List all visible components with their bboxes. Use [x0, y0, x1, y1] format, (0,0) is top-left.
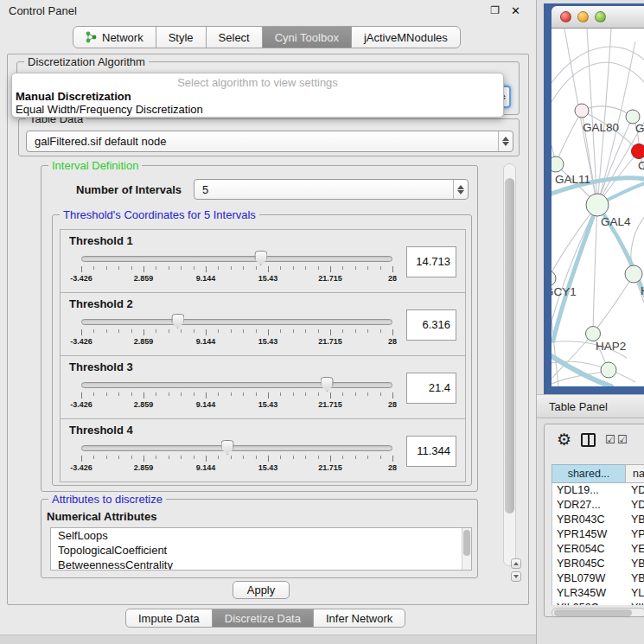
network-window: GAL80 GA C GAL11 GAL4 GCY1 H HAP2 [544, 3, 644, 394]
list-item[interactable]: BetweennessCentrality [51, 558, 471, 571]
group-title: Threshold's Coordinates for 5 Intervals [60, 208, 259, 221]
apply-button[interactable]: Apply [233, 581, 290, 599]
table-row[interactable]: YDL19...YDL1 [552, 483, 644, 498]
slider-thumb[interactable] [221, 440, 234, 455]
slider-ticks [81, 266, 392, 273]
combobox-value: 5 [194, 183, 453, 196]
dropdown-placeholder: Select algorithm to view settings [12, 76, 503, 89]
number-of-intervals-label: Number of Intervals [76, 183, 182, 196]
tab-label: jActiveMNodules [364, 31, 448, 44]
tab-select[interactable]: Select [206, 26, 263, 48]
control-panel: Control Panel ❐ ✕ Network Style Select C… [0, 0, 536, 644]
slider-track[interactable] [81, 319, 392, 325]
bottom-tab-bar: Impute Data Discretize Data Infer Networ… [125, 609, 405, 628]
settings-scrollbar[interactable] [503, 163, 516, 566]
node-gal4 [586, 194, 609, 216]
threshold-3-value-field[interactable]: 21.4 [406, 373, 456, 404]
table-row[interactable]: YDR27...YDR2 [552, 498, 644, 513]
cyni-toolbox-panel: Discretization Algorithm Table Data galF… [7, 54, 529, 605]
scrollbar-thumb[interactable] [505, 178, 514, 513]
threshold-4-value-field[interactable]: 11.344 [406, 436, 456, 467]
tab-style[interactable]: Style [156, 26, 207, 48]
close-icon[interactable]: ✕ [511, 4, 520, 17]
scrollbar-thumb[interactable] [554, 609, 632, 616]
node-gcy1 [552, 271, 556, 286]
threshold-4-slider[interactable]: -3.4262.8599.14415.4321.71528 [81, 440, 392, 480]
slider-track[interactable] [81, 445, 392, 451]
node-label-clipped-c: C [638, 159, 644, 172]
threshold-1-slider[interactable]: -3.4262.8599.14415.4321.71528 [81, 251, 392, 290]
threshold-3-slider[interactable]: -3.4262.8599.14415.4321.71528 [81, 377, 392, 417]
split-pane-icon[interactable] [581, 433, 596, 447]
checkbox-icon[interactable]: ☑ [605, 434, 615, 445]
slider-ticks [81, 456, 392, 462]
slider-thumb[interactable] [321, 377, 334, 392]
threshold-1-value-field[interactable]: 14.713 [406, 246, 456, 277]
group-title: Attributes to discretize [48, 493, 166, 506]
node-gal80 [575, 104, 589, 118]
threshold-1-panel: Threshold 1 -3.4262.8599.14415.4321.7152… [60, 229, 466, 293]
table-data-combobox[interactable]: galFiltered.sif default node [26, 131, 513, 152]
slider-thumb[interactable] [254, 251, 267, 265]
slider-ticks [81, 392, 392, 399]
numerical-attributes-label: Numerical Attributes [47, 510, 156, 523]
slider-track[interactable] [81, 256, 392, 262]
bottom-strip [0, 634, 536, 644]
top-tab-bar: Network Style Select Cyni Toolbox jActiv… [73, 26, 461, 48]
tab-label: Infer Network [326, 612, 392, 625]
float-window-icon[interactable]: ❐ [490, 4, 500, 16]
table-row[interactable]: YBR043CYBR0 [552, 513, 644, 527]
table-row[interactable]: YIL052CYIL0 [552, 601, 644, 605]
screen: Control Panel ❐ ✕ Network Style Select C… [0, 0, 644, 644]
node-hap2 [586, 327, 601, 341]
column-header-shared-name[interactable]: shared... [552, 464, 626, 483]
dropdown-option-equal-width-frequency[interactable]: Equal Width/Frequency Discretization [14, 103, 501, 116]
scroll-up-button[interactable] [511, 558, 521, 569]
dropdown-option-manual-discretization[interactable]: Manual Discretization [14, 90, 501, 103]
threshold-label: Threshold 2 [69, 297, 133, 310]
tab-network[interactable]: Network [73, 26, 156, 48]
minimize-traffic-light-icon[interactable] [577, 11, 589, 22]
tab-infer-network[interactable]: Infer Network [313, 609, 405, 628]
list-item[interactable]: SelfLoops [51, 528, 471, 543]
table-row[interactable]: YER054CYER0 [552, 542, 644, 557]
threshold-3-panel: Threshold 3 -3.4262.8599.14415.4321.7152… [60, 355, 466, 419]
tab-cyni-toolbox[interactable]: Cyni Toolbox [262, 26, 352, 48]
table-row[interactable]: YBR045CYBR0 [552, 557, 644, 571]
group-title: Discretization Algorithm [24, 55, 149, 68]
numerical-attributes-list[interactable]: SelfLoopsTopologicalCoefficientBetweenne… [50, 527, 472, 571]
node-h-clipped [625, 265, 642, 283]
column-header-name[interactable]: na [625, 464, 644, 483]
slider-thumb[interactable] [171, 314, 184, 328]
list-item[interactable]: TopologicalCoefficient [51, 543, 471, 558]
table-row[interactable]: YPR145WYPR1 [552, 527, 644, 542]
threshold-4-panel: Threshold 4 -3.4262.8599.14415.4321.7152… [60, 418, 466, 482]
checkbox-icon[interactable]: ☑ [617, 434, 628, 445]
slider-track[interactable] [81, 382, 392, 388]
table-header: shared... na [552, 464, 644, 483]
horizontal-scrollbar[interactable] [552, 608, 644, 617]
node-gal11 [552, 156, 564, 172]
tab-impute-data[interactable]: Impute Data [125, 609, 213, 628]
list-scrollbar[interactable] [462, 528, 471, 570]
network-canvas[interactable]: GAL80 GA C GAL11 GAL4 GCY1 H HAP2 [552, 29, 644, 386]
tab-discretize-data[interactable]: Discretize Data [212, 609, 314, 628]
close-traffic-light-icon[interactable] [560, 11, 571, 22]
zoom-traffic-light-icon[interactable] [595, 11, 606, 22]
threshold-2-slider[interactable]: -3.4262.8599.14415.4321.71528 [81, 314, 392, 354]
tab-jactivemnodules[interactable]: jActiveMNodules [351, 26, 461, 48]
threshold-label: Threshold 3 [69, 360, 133, 373]
network-window-titlebar[interactable] [552, 6, 644, 29]
table-row[interactable]: YBL079WYBL0 [552, 571, 644, 586]
node-label-h-clipped: H [641, 284, 644, 297]
gear-icon[interactable]: ⚙ [557, 430, 571, 450]
table-row[interactable]: YLR345WYLR3 [552, 586, 644, 601]
table-panel: ⚙ ☑ ☑ shared... na YDL19...YDL1YDR27...Y… [544, 424, 644, 617]
node-label-gal80: GAL80 [583, 121, 619, 134]
scroll-down-button[interactable] [511, 571, 521, 582]
num-intervals-combobox[interactable]: 5 [194, 179, 469, 200]
node-label-gal4: GAL4 [601, 215, 631, 228]
node-label-gal11: GAL11 [555, 173, 590, 186]
threshold-2-value-field[interactable]: 6.316 [406, 309, 456, 341]
stepper-icon [498, 131, 513, 151]
